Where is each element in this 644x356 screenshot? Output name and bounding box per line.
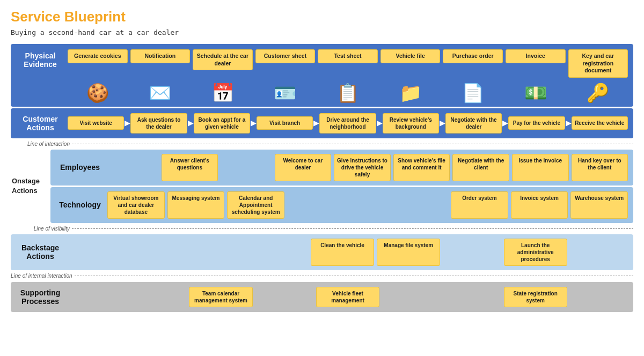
pe-cards-row: Generate cookiesNotificationSchedule at … [68, 49, 628, 78]
empty-cell [128, 287, 186, 307]
sp-label1: Supporting [20, 288, 61, 297]
document-icon: 📄 [443, 82, 503, 103]
yellow-card: Generate cookies [68, 49, 128, 63]
yellow-card: Notification [130, 49, 191, 63]
employees-label: Employees [56, 161, 104, 174]
employees-section: Employees Answer client's questionsWelco… [50, 150, 633, 186]
yellow-card: Ask questions to the dealer [130, 113, 187, 134]
yellow-card: Order system [451, 191, 508, 219]
yellow-card: Schedule at the car dealer [193, 49, 253, 70]
empty-cell [250, 239, 308, 266]
customer-actions-section: Customer Actions Visit website▶Ask quest… [11, 108, 633, 138]
yellow-card: Visit branch [257, 116, 313, 130]
physical-evidence-label: Physical Evidence [16, 49, 64, 71]
onstage-l2: Actions [12, 186, 48, 196]
arrow-separator: ▶ [502, 119, 508, 127]
empty-cell [107, 154, 159, 181]
empty-cell [396, 191, 448, 219]
envelope-icon: ✉️ [130, 82, 191, 103]
empty-cell [68, 287, 126, 307]
onstage-outer: Onstage Actions Employees Answer client'… [11, 150, 633, 223]
line-visibility-label: Line of visibility [11, 226, 70, 232]
yellow-card: Messaging system [167, 191, 225, 219]
technology-label: Technology [56, 198, 104, 211]
arrow-separator: ▶ [439, 119, 445, 127]
empty-cell [382, 287, 440, 307]
pe-label2: Evidence [24, 60, 56, 69]
empty-cell [68, 239, 126, 266]
blueprint-body: Physical Evidence Generate cookiesNotifi… [11, 44, 633, 312]
line-internal-dash [75, 276, 633, 276]
line-interaction: Line of interaction [11, 141, 633, 147]
yellow-card: Launch the administrative procedures [504, 239, 567, 266]
customer-actions-label: Customer Actions [16, 113, 64, 134]
folder-icon: 📁 [380, 82, 441, 103]
backstage-section: Backstage Actions Clean the vehicleManag… [11, 234, 633, 270]
yellow-card: Vehicle fleet management [316, 287, 379, 307]
pe-icons: 🍪✉️📅🪪📋📁📄💵🔑 [68, 82, 628, 103]
line-interaction-dash [72, 144, 633, 144]
ca-cards-row: Visit website▶Ask questions to the deale… [68, 113, 628, 134]
empty-cell [287, 191, 339, 219]
yellow-card: Calendar and Appointment scheduling syst… [227, 191, 284, 219]
empty-cell [342, 191, 394, 219]
ca-label1: Customer [23, 115, 57, 123]
yellow-card: Pay for the vehicle [508, 116, 565, 130]
yellow-card: Negotiate with the dealer [445, 113, 502, 134]
empty-cell [443, 287, 501, 307]
supporting-section: Supporting Processes Team calendar manag… [11, 282, 633, 312]
arrow-separator: ▶ [187, 119, 194, 127]
empty-cell [189, 239, 247, 266]
empty-cell [443, 239, 501, 266]
yellow-card: Test sheet [318, 49, 378, 63]
line-internal: Line of internal interaction [11, 273, 633, 279]
yellow-card: Purchase order [443, 49, 503, 63]
yellow-card: Warehouse system [570, 191, 628, 219]
bs-cards-row: Clean the vehicleManage file systemLaunc… [68, 239, 628, 266]
id-card-icon: 🪪 [255, 82, 316, 103]
emp-label: Employees [60, 163, 100, 172]
calendar-icon: 📅 [193, 82, 253, 103]
sp-label2: Processes [21, 297, 59, 306]
line-interaction-label: Line of interaction [11, 141, 70, 147]
yellow-card: Drive around the neighborhood [319, 113, 376, 134]
yellow-card: Give instructions to drive the vehicle s… [334, 154, 391, 181]
supporting-label: Supporting Processes [16, 286, 64, 308]
yellow-card: Virtual showroom and car dealer database [107, 191, 165, 219]
arrow-separator: ▶ [376, 119, 383, 127]
yellow-card: Hand key over to the client [572, 154, 628, 181]
emp-cards-row: Answer client's questionsWelcome to car … [107, 154, 628, 181]
empty-cell [570, 287, 628, 307]
clipboard-icon: 📋 [318, 82, 378, 103]
page-title: Service Blueprint [11, 9, 633, 25]
line-visibility-dash [72, 228, 633, 229]
empty-cell [128, 239, 186, 266]
yellow-card: Key and car registration document [568, 49, 628, 78]
yellow-card: Review vehicle's background [383, 113, 439, 134]
sp-cards-row: Team calendar management systemVehicle f… [68, 287, 628, 307]
yellow-card: Vehicle file [380, 49, 441, 63]
yellow-card: Invoice system [511, 191, 568, 219]
yellow-card: Receive the vehicle [572, 116, 628, 130]
arrow-separator: ▶ [124, 119, 130, 127]
onstage-inner: Employees Answer client's questionsWelco… [50, 150, 633, 223]
line-visibility: Line of visibility [11, 226, 633, 232]
arrow-separator: ▶ [565, 119, 572, 127]
yellow-card: Visit website [68, 116, 124, 130]
technology-section: Technology Virtual showroom and car deal… [50, 187, 633, 223]
yellow-card: Manage file system [377, 239, 440, 266]
backstage-label: Backstage Actions [16, 241, 64, 263]
empty-cell [255, 287, 313, 307]
yellow-card: Customer sheet [255, 49, 316, 63]
empty-cell [221, 154, 272, 181]
onstage-l1: Onstage [12, 176, 48, 186]
arrow-separator: ▶ [250, 119, 257, 127]
key-icon: 🔑 [568, 82, 628, 103]
pe-label1: Physical [25, 51, 56, 60]
cookie-icon: 🍪 [68, 82, 128, 103]
arrow-separator: ▶ [313, 119, 319, 127]
onstage-label: Onstage Actions [11, 150, 48, 223]
yellow-card: Negotiate with the client [452, 154, 509, 181]
yellow-card: Answer client's questions [162, 154, 218, 181]
page-subtitle: Buying a second-hand car at a car dealer [11, 28, 633, 36]
